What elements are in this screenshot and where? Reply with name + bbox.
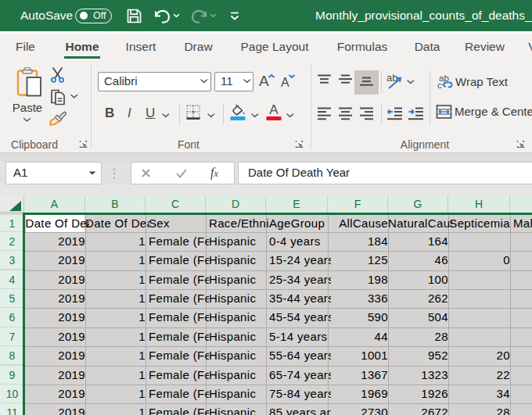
svg-text:A: A (269, 103, 279, 117)
svg-text:c: c (437, 80, 442, 90)
